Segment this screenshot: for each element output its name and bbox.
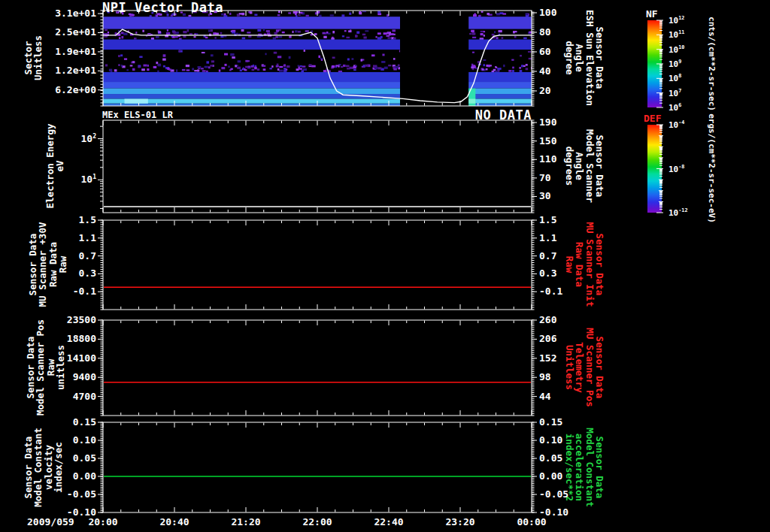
speckle [293, 11, 297, 14]
speckle [230, 68, 232, 70]
speckle [323, 32, 326, 35]
speckle [220, 32, 223, 35]
speckle [480, 33, 484, 35]
speckle [320, 58, 323, 59]
speckle [503, 65, 505, 67]
speckle [248, 66, 251, 68]
npi-vector-data-right-tick-label: 60 [539, 47, 551, 57]
speckle [486, 68, 488, 70]
npi-vector-data-left-tick-label: 1.9e+01 [55, 47, 96, 57]
speckle [277, 56, 281, 58]
speckle [279, 70, 283, 72]
x-tick-label: 21:20 [231, 517, 260, 527]
speckle [382, 54, 384, 56]
speckle [323, 36, 326, 38]
speckle [362, 34, 365, 35]
mex-els-left-tick-label: 102 [80, 134, 96, 144]
speckle [363, 37, 366, 39]
speckle [277, 68, 280, 71]
nf-colorbar-tick-label: 1012 [668, 16, 684, 25]
speckle [129, 15, 132, 17]
npi-vector-data-left-tick-label: 3.1e+01 [55, 8, 96, 19]
speckle [252, 68, 255, 71]
speckle [487, 65, 490, 67]
speckle [530, 36, 532, 38]
speckle [147, 65, 149, 67]
speckle [365, 30, 368, 32]
speckle [387, 14, 389, 17]
speckle [139, 56, 142, 57]
speckle [513, 31, 515, 33]
speckle [293, 31, 294, 33]
speckle [298, 31, 301, 33]
speckle [332, 65, 335, 68]
speckle [508, 70, 511, 72]
speckle [118, 65, 120, 66]
speckle [167, 29, 168, 31]
speckle [528, 51, 531, 53]
def-colorbar-title: DEF [644, 113, 661, 124]
speckle [135, 32, 137, 34]
model-constant-left-tick-label: 0.15 [73, 417, 96, 428]
panel4-left-axis-label: Sensor Data Model Scanner Pos Raw unitle… [26, 319, 65, 416]
speckle [163, 54, 166, 56]
speckle [254, 14, 257, 16]
speckle [265, 53, 267, 56]
speckle [147, 68, 149, 71]
speckle [363, 65, 365, 67]
mu-scanner-30v-right-tick-label: 0.3 [539, 269, 556, 280]
nf-colorbar-tick-label: 106 [668, 103, 681, 112]
speckle [283, 68, 286, 70]
model-constant-right-tick-label: 0.10 [539, 435, 562, 446]
speckle [299, 67, 300, 69]
speckle [121, 36, 123, 38]
speckle [126, 69, 129, 71]
mu-scanner-30v-left-tick-label: 1.5 [79, 215, 96, 225]
model-scanner-pos-right-tick-label: 260 [539, 315, 556, 325]
speckle [254, 67, 257, 69]
npi-vector-data-right-tick-label: 100 [539, 8, 556, 18]
speckle [523, 65, 526, 67]
model-constant-left-tick-label: -0.05 [67, 489, 96, 500]
speckle [472, 37, 476, 38]
speckle [351, 58, 353, 60]
speckle [288, 12, 291, 14]
speckle [279, 66, 283, 68]
speckle [119, 37, 121, 39]
speckle [202, 70, 206, 71]
speckle [314, 33, 317, 35]
speckle [347, 58, 350, 60]
speckle [274, 32, 277, 35]
panel5-left-axis-label: Sensor Data Model Constant velocity inde… [23, 428, 63, 506]
speckle [153, 66, 157, 68]
npi-vector-data-left-tick-label: 2.5e+01 [55, 28, 96, 38]
speckle [250, 11, 252, 14]
plot-canvas [0, 0, 770, 532]
speckle [108, 32, 109, 33]
speckle [166, 32, 170, 35]
speckle [202, 52, 205, 53]
speckle [309, 64, 312, 66]
npi-vector-data-right-tick-label: 40 [539, 66, 551, 77]
npi-vector-data-left-tick-label: 6.2e+00 [55, 85, 96, 95]
mex-els-frame [103, 120, 532, 213]
speckle [266, 30, 270, 32]
speckle [182, 69, 185, 71]
speckle [142, 30, 144, 32]
speckle [349, 13, 351, 15]
speckle [176, 32, 179, 34]
speckle [257, 36, 261, 38]
speckle [237, 14, 238, 16]
speckle [377, 32, 381, 35]
speckle [330, 14, 334, 16]
speckle [241, 29, 244, 32]
panel3-left-axis-label: Sensor Data MU Scanner +30V Raw Data Raw [28, 222, 68, 307]
mex-els-right-tick-label: 190 [539, 117, 556, 128]
speckle [304, 50, 305, 52]
speckle [263, 29, 265, 32]
mu-scanner-30v-right-tick-label: -0.1 [539, 286, 562, 297]
plot-screen: NPI Vector Data MEx ELS-01 LR NO DATA Se… [0, 0, 770, 532]
speckle [275, 36, 278, 38]
speckle [381, 61, 385, 63]
npi-vector-data-left-tick-label: 1.2e+01 [55, 65, 96, 76]
